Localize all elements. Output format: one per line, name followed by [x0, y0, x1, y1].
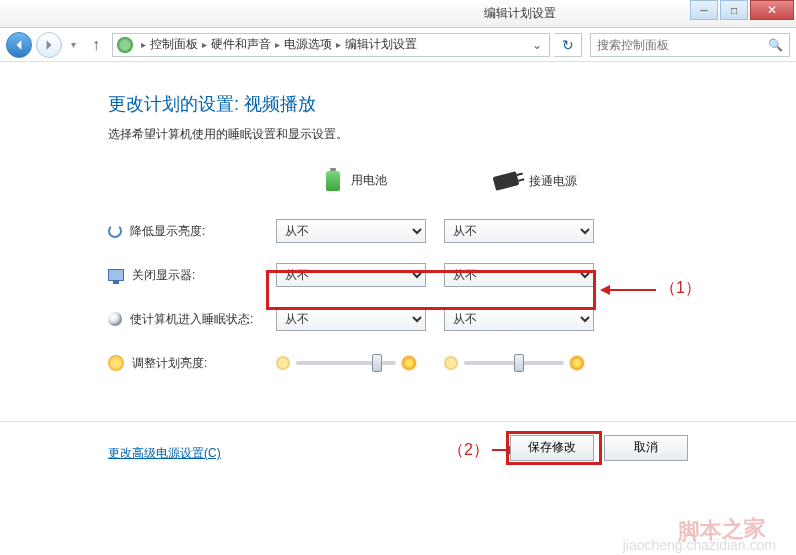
row-sleep-label: 使计算机进入睡眠状态:: [108, 297, 268, 341]
sleep-ac-select[interactable]: 从不: [444, 307, 594, 331]
search-icon[interactable]: 🔍: [768, 38, 783, 52]
arrow-left-icon: [13, 39, 25, 51]
col-battery-label: 用电池: [351, 173, 387, 187]
bc-hardware[interactable]: 硬件和声音: [211, 36, 271, 53]
row-bright-label: 调整计划亮度:: [108, 341, 268, 385]
col-ac-label: 接通电源: [529, 174, 577, 188]
bc-edit-plan[interactable]: 编辑计划设置: [345, 36, 417, 53]
slider-thumb[interactable]: [372, 354, 382, 372]
toolbar: ▾ ↑ ▸ 控制面板 ▸ 硬件和声音 ▸ 电源选项 ▸ 编辑计划设置 ⌄ ↻ 🔍: [0, 28, 796, 62]
dim-icon: [108, 224, 122, 238]
monitor-icon: [108, 269, 124, 281]
chevron-right-icon: ▸: [336, 39, 341, 50]
col-battery: 用电池: [276, 171, 436, 209]
plug-icon: [493, 171, 520, 191]
bright-battery-cell: [276, 356, 436, 370]
refresh-button[interactable]: ↻: [554, 33, 582, 57]
bright-battery-slider[interactable]: [296, 361, 396, 365]
row-off-label: 关闭显示器:: [108, 253, 268, 297]
dim-ac-select[interactable]: 从不: [444, 219, 594, 243]
search-input[interactable]: [597, 38, 768, 52]
up-button[interactable]: ↑: [84, 33, 108, 57]
off-battery-select[interactable]: 从不: [276, 263, 426, 287]
slider-thumb[interactable]: [514, 354, 524, 372]
off-ac-select[interactable]: 从不: [444, 263, 594, 287]
chevron-right-icon: ▸: [141, 39, 146, 50]
battery-icon: [326, 171, 340, 191]
sleep-battery-select[interactable]: 从不: [276, 307, 426, 331]
search-box[interactable]: 🔍: [590, 33, 790, 57]
moon-icon: [108, 312, 122, 326]
settings-grid: 用电池 接通电源 降低显示亮度: 从不 从不 关闭显示器: 从不 从不 使计算机…: [108, 171, 756, 385]
breadcrumb-dropdown[interactable]: ⌄: [529, 38, 545, 52]
content: 更改计划的设置: 视频播放 选择希望计算机使用的睡眠设置和显示设置。 用电池 接…: [0, 62, 796, 462]
forward-button[interactable]: [36, 32, 62, 58]
col-ac: 接通电源: [444, 173, 604, 208]
sun-high-icon: [570, 356, 584, 370]
bright-ac-cell: [444, 356, 604, 370]
control-panel-icon: [117, 37, 133, 53]
arrow-right-icon: [43, 39, 55, 51]
chevron-right-icon: ▸: [275, 39, 280, 50]
bright-ac-slider[interactable]: [464, 361, 564, 365]
cancel-button[interactable]: 取消: [604, 435, 688, 461]
bc-power[interactable]: 电源选项: [284, 36, 332, 53]
brightness-icon: [108, 355, 124, 371]
save-button[interactable]: 保存修改: [510, 435, 594, 461]
sun-high-icon: [402, 356, 416, 370]
watermark-main: 脚本之家: [678, 513, 767, 546]
history-dropdown[interactable]: ▾: [66, 32, 80, 58]
sun-low-icon: [276, 356, 290, 370]
breadcrumb[interactable]: ▸ 控制面板 ▸ 硬件和声音 ▸ 电源选项 ▸ 编辑计划设置 ⌄: [112, 33, 550, 57]
close-button[interactable]: ✕: [750, 0, 794, 20]
chevron-right-icon: ▸: [202, 39, 207, 50]
page-subtitle: 选择希望计算机使用的睡眠设置和显示设置。: [108, 126, 756, 143]
dim-battery-select[interactable]: 从不: [276, 219, 426, 243]
minimize-button[interactable]: ─: [690, 0, 718, 20]
footer: 保存修改 取消: [0, 421, 796, 473]
row-dim-label: 降低显示亮度:: [108, 209, 268, 253]
back-button[interactable]: [6, 32, 32, 58]
window-title: 编辑计划设置: [350, 5, 690, 22]
bc-control-panel[interactable]: 控制面板: [150, 36, 198, 53]
watermark-sub: jiaocheng.chazidian.com: [623, 537, 776, 553]
titlebar: 编辑计划设置 ─ □ ✕: [0, 0, 796, 28]
maximize-button[interactable]: □: [720, 0, 748, 20]
page-title: 更改计划的设置: 视频播放: [108, 92, 756, 116]
sun-low-icon: [444, 356, 458, 370]
